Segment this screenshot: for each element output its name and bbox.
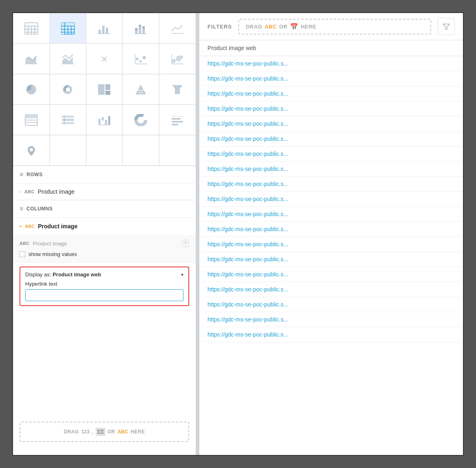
data-row[interactable]: https://gdc-ms-se-poc-public.s... (199, 147, 463, 162)
chart-cell-area[interactable] (13, 44, 50, 74)
chart-cell-waterfall[interactable] (86, 105, 123, 135)
svg-point-38 (172, 59, 176, 63)
pie2-icon (133, 112, 148, 128)
filter-button[interactable] (438, 18, 455, 35)
chart-cell-bubble[interactable] (159, 44, 196, 74)
svg-rect-16 (98, 30, 101, 34)
data-list: https://gdc-ms-se-poc-public.s...https:/… (199, 56, 463, 455)
chart-cell-donut[interactable] (50, 74, 86, 105)
rows-product-image-item[interactable]: › ABC Product image (13, 184, 196, 200)
data-row[interactable]: https://gdc-ms-se-poc-public.s... (199, 101, 463, 116)
data-row[interactable]: https://gdc-ms-se-poc-public.s... (199, 192, 463, 207)
column-item-header[interactable]: › ABC Product image (13, 218, 196, 235)
scatter-icon (133, 51, 148, 67)
data-row[interactable]: https://gdc-ms-se-poc-public.s... (199, 282, 463, 297)
chart-cell-table[interactable] (13, 13, 50, 44)
chart-cell-datagrid[interactable] (13, 105, 50, 135)
svg-marker-50 (172, 85, 183, 94)
hyperlink-input[interactable] (25, 289, 183, 301)
table-cell-1 (97, 429, 100, 432)
chart-cell-cross[interactable]: ✕ (86, 44, 123, 74)
drag-abc: ABC (118, 429, 128, 435)
data-row[interactable]: https://gdc-ms-se-poc-public.s... (199, 312, 463, 327)
chart-cell-xbar[interactable] (159, 105, 196, 135)
xbar-icon (170, 112, 185, 128)
svg-point-72 (30, 148, 33, 151)
show-missing-checkbox[interactable] (20, 251, 25, 257)
data-row[interactable]: https://gdc-ms-se-poc-public.s... (199, 297, 463, 312)
show-missing-row: show missing values (20, 251, 189, 257)
dropdown-arrow-icon[interactable]: ▾ (181, 272, 183, 278)
help-icon[interactable]: ? (182, 240, 189, 247)
chart-cell-pyramid[interactable] (122, 74, 159, 105)
table-icon (24, 21, 39, 36)
chart-cell-pivot[interactable] (50, 13, 86, 44)
chart-cell-bar[interactable] (86, 13, 123, 44)
rows-icon: ≡ (20, 171, 23, 178)
svg-rect-69 (172, 118, 181, 120)
data-row[interactable]: https://gdc-ms-se-poc-public.s... (199, 222, 463, 237)
data-row[interactable]: https://gdc-ms-se-poc-public.s... (199, 116, 463, 131)
bottom-drag-zone[interactable]: DRAG 123 , OR ABC HERE (20, 422, 189, 442)
svg-rect-44 (98, 84, 105, 95)
svg-marker-30 (62, 57, 73, 64)
display-as-value: Product image web (52, 271, 101, 278)
filter-drop-zone[interactable]: DRAG ABC OR 📅 HERE (238, 19, 431, 35)
main-container: ✕ (12, 12, 464, 456)
data-row[interactable]: https://gdc-ms-se-poc-public.s... (199, 267, 463, 282)
show-missing-label: show missing values (28, 251, 77, 257)
data-row[interactable]: https://gdc-ms-se-poc-public.s... (199, 207, 463, 222)
chart-cell-empty2 (86, 135, 123, 166)
chart-cell-area-line[interactable] (50, 44, 86, 74)
panel-divider[interactable] (196, 13, 199, 455)
svg-text:✕: ✕ (100, 54, 108, 64)
data-row[interactable]: https://gdc-ms-se-poc-public.s... (199, 86, 463, 101)
field-row: ABC Product image ? (20, 240, 189, 247)
left-panel: ✕ (13, 13, 196, 455)
rows-section: ≡ ROWS › ABC Product image (13, 166, 196, 200)
svg-rect-58 (62, 122, 74, 124)
right-panel: FILTERS DRAG ABC OR 📅 HERE Product image… (199, 13, 463, 455)
filter-bar: FILTERS DRAG ABC OR 📅 HERE (199, 13, 463, 40)
chart-cell-stacked-bar[interactable] (122, 13, 159, 44)
filter-drag-text: DRAG (246, 24, 262, 30)
columns-abc-badge: ABC (25, 224, 35, 229)
stacked-bar-icon (133, 21, 148, 36)
sub-panel-abc-badge: ABC (20, 241, 30, 246)
data-row[interactable]: https://gdc-ms-se-poc-public.s... (199, 162, 463, 177)
chart-cell-scatter[interactable] (122, 44, 159, 74)
map-pin-icon (24, 143, 39, 158)
chart-cell-map[interactable] (13, 135, 50, 166)
column-header-text: Product image web (207, 45, 256, 51)
chart-cell-empty4 (159, 135, 196, 166)
hyperlink-label: Hyperlink text (25, 281, 183, 287)
chart-cell-funnel[interactable] (159, 74, 196, 105)
svg-rect-71 (172, 124, 178, 125)
chart-cell-treemap[interactable] (86, 74, 123, 105)
chart-cell-line[interactable] (159, 13, 196, 44)
data-row[interactable]: https://gdc-ms-se-poc-public.s... (199, 327, 463, 342)
chart-cell-pie2[interactable] (122, 105, 159, 135)
drag-num: 123 (81, 429, 90, 435)
svg-rect-55 (25, 115, 37, 118)
donut-icon (60, 82, 76, 97)
data-row[interactable]: https://gdc-ms-se-poc-public.s... (199, 252, 463, 267)
svg-rect-25 (142, 26, 145, 28)
data-row[interactable]: https://gdc-ms-se-poc-public.s... (199, 131, 463, 147)
chart-cell-pie[interactable] (13, 74, 50, 105)
drag-or: OR (107, 429, 115, 435)
sub-panel-field-label: Product image (33, 241, 67, 247)
data-row[interactable]: https://gdc-ms-se-poc-public.s... (199, 56, 463, 71)
data-row[interactable]: https://gdc-ms-se-poc-public.s... (199, 237, 463, 252)
rows-title: ROWS (26, 172, 42, 177)
data-row[interactable]: https://gdc-ms-se-poc-public.s... (199, 71, 463, 86)
calendar-icon: 📅 (290, 23, 299, 31)
chart-cell-list[interactable] (50, 105, 86, 135)
svg-rect-24 (142, 28, 145, 34)
svg-rect-23 (139, 25, 141, 26)
svg-rect-45 (105, 84, 110, 90)
svg-marker-28 (26, 56, 36, 64)
data-row[interactable]: https://gdc-ms-se-poc-public.s... (199, 177, 463, 192)
svg-rect-35 (143, 56, 146, 59)
cross-icon: ✕ (96, 51, 112, 67)
